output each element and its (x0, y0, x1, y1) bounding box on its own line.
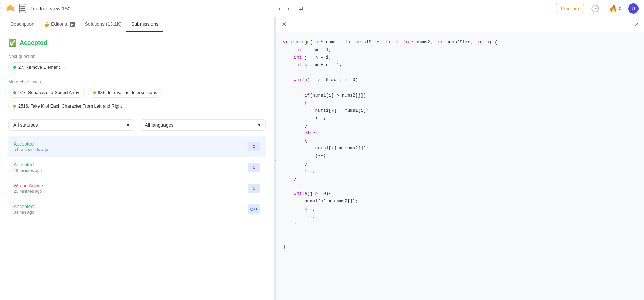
code-line-27: } (283, 243, 637, 251)
accepted-badge: ✅ Accepted (8, 39, 266, 47)
challenge-button-2[interactable]: 2516. Take K of Each Character From Left… (8, 101, 127, 111)
code-line-5: while( i >= 0 && j >= 0) (283, 76, 637, 84)
shuffle-button[interactable]: ⇄ (296, 4, 306, 13)
code-line-3: int k = m + n - 1; (283, 61, 637, 69)
submission-info-1: Accepted 18 minutes ago (14, 162, 248, 173)
challenge-label-1: 986. Interval List Intersections (98, 90, 157, 95)
tab-editorial[interactable]: 🔒 Editorial ▶ (39, 17, 80, 32)
submission-info-0: Accepted a few seconds ago (14, 141, 248, 152)
challenges-grid: 977. Squares of a Sorted Array 986. Inte… (8, 88, 266, 111)
user-avatar[interactable]: U (628, 3, 639, 14)
code-line-15: j--; (283, 152, 637, 160)
timer-button[interactable]: 🕐 (588, 3, 602, 14)
hamburger-button[interactable]: ☰ (19, 4, 26, 13)
submission-status-2: Wrong Answer (14, 183, 248, 188)
code-line-12: else (283, 129, 637, 137)
more-challenges-label: More challenges (8, 79, 266, 84)
code-line-6: { (283, 84, 637, 92)
code-line-10: i--; (283, 114, 637, 122)
code-line-0: void merge(int* nums1, int nums1Size, in… (283, 39, 637, 46)
timer-icon: 🕐 (591, 4, 599, 13)
code-line-14: nums1[k] = nums2[j]; (283, 145, 637, 152)
language-filter[interactable]: All languages ▾ (140, 119, 266, 131)
left-content: ✅ Accepted Next question 27. Remove Elem… (0, 32, 274, 300)
accepted-label: Accepted (20, 39, 47, 47)
code-line-2: int j = n - 1; (283, 54, 637, 61)
submission-row-2[interactable]: Wrong Answer 25 minutes ago C (8, 178, 266, 199)
challenge-button-0[interactable]: 977. Squares of a Sorted Array (8, 88, 85, 98)
submission-time-1: 18 minutes ago (14, 168, 248, 173)
next-button[interactable]: › (284, 4, 292, 13)
close-button[interactable]: ✕ (282, 21, 287, 28)
submission-row-1[interactable]: Accepted 18 minutes ago C (8, 157, 266, 178)
expand-button[interactable]: ⤢ (634, 21, 639, 28)
code-line-11: } (283, 122, 637, 129)
lang-badge-2: C (248, 184, 260, 193)
code-line-24: } (283, 220, 637, 228)
code-line-8: { (283, 99, 637, 107)
status-filter-chevron: ▾ (127, 122, 129, 128)
right-panel: ✕ ⤢ void merge(int* nums1, int nums1Size… (276, 17, 644, 300)
next-question-label: Next question (8, 54, 266, 59)
status-filter[interactable]: All statuses ▾ (8, 119, 134, 131)
challenge-button-1[interactable]: 986. Interval List Intersections (88, 88, 162, 98)
main-layout: Description 🔒 Editorial ▶ Solutions (13.… (0, 17, 644, 300)
dot-1 (93, 91, 96, 94)
nav-arrows: ‹ › (276, 4, 292, 13)
submission-time-0: a few seconds ago (14, 147, 248, 152)
premium-button[interactable]: Premium (556, 4, 584, 13)
logo[interactable] (5, 4, 15, 13)
tab-submissions[interactable]: Submissions (126, 17, 163, 32)
dot-2 (13, 105, 16, 108)
lang-badge-1: C (248, 163, 260, 172)
dot-0 (13, 91, 16, 94)
submission-status-0: Accepted (14, 141, 248, 147)
top-nav: ☰ Top Interview 150 ‹ › ⇄ Premium 🕐 🔥 0 … (0, 0, 644, 17)
code-line-9: nums1[k] = nums1[i]; (283, 107, 637, 114)
prev-button[interactable]: ‹ (276, 4, 283, 13)
fire-count: 0 (619, 6, 621, 11)
code-line-23: j--; (283, 213, 637, 220)
submissions-list: Accepted a few seconds ago C Accepted 18… (8, 136, 266, 220)
submission-info-3: Accepted 34 min ago (14, 204, 248, 215)
tab-solutions[interactable]: Solutions (13.1K) (80, 17, 126, 32)
filters: All statuses ▾ All languages ▾ (8, 119, 266, 131)
code-line-4 (283, 69, 637, 76)
submission-info-2: Wrong Answer 25 minutes ago (14, 183, 248, 194)
submission-time-3: 34 min ago (14, 210, 248, 215)
check-icon: ✅ (8, 39, 17, 47)
next-question-button[interactable]: 27. Remove Element (8, 62, 65, 72)
submission-status-1: Accepted (14, 162, 248, 167)
code-line-18: } (283, 175, 637, 183)
fire-icon: 🔥 (609, 4, 618, 13)
submission-row-3[interactable]: Accepted 34 min ago C++ (8, 199, 266, 220)
challenge-label-0: 977. Squares of a Sorted Array (18, 90, 80, 95)
tab-description[interactable]: Description (5, 17, 39, 32)
tabs-bar: Description 🔒 Editorial ▶ Solutions (13.… (0, 17, 274, 32)
language-filter-chevron: ▾ (258, 122, 260, 128)
status-filter-label: All statuses (13, 122, 38, 128)
language-filter-label: All languages (145, 122, 174, 128)
next-question-text: 27. Remove Element (18, 65, 60, 70)
code-line-13: { (283, 137, 637, 145)
submission-row-0[interactable]: Accepted a few seconds ago C (8, 136, 266, 157)
fire-button[interactable]: 🔥 0 (606, 3, 624, 14)
code-line-21: nums1[k] = nums2[j]; (283, 198, 637, 205)
right-header: ✕ ⤢ (276, 17, 644, 32)
code-line-17: k--; (283, 167, 637, 175)
dot-green (13, 66, 16, 69)
challenge-label-2: 2516. Take K of Each Character From Left… (18, 103, 122, 109)
code-line-1: int i = m - 1; (283, 46, 637, 54)
code-line-22: k--; (283, 205, 637, 213)
code-line-19 (283, 183, 637, 190)
lang-badge-3: C++ (248, 204, 260, 214)
submission-time-2: 25 minutes ago (14, 189, 248, 194)
code-line-25 (283, 228, 637, 235)
code-line-20: while(j >= 0){ (283, 190, 637, 198)
code-line-7: if(nums1[i] > nums2[j]) (283, 92, 637, 99)
code-line-16: } (283, 160, 637, 167)
code-content: void merge(int* nums1, int nums1Size, in… (276, 39, 644, 251)
submission-status-3: Accepted (14, 204, 248, 209)
nav-title: Top Interview 150 (30, 5, 272, 11)
code-area[interactable]: void merge(int* nums1, int nums1Size, in… (276, 32, 644, 300)
